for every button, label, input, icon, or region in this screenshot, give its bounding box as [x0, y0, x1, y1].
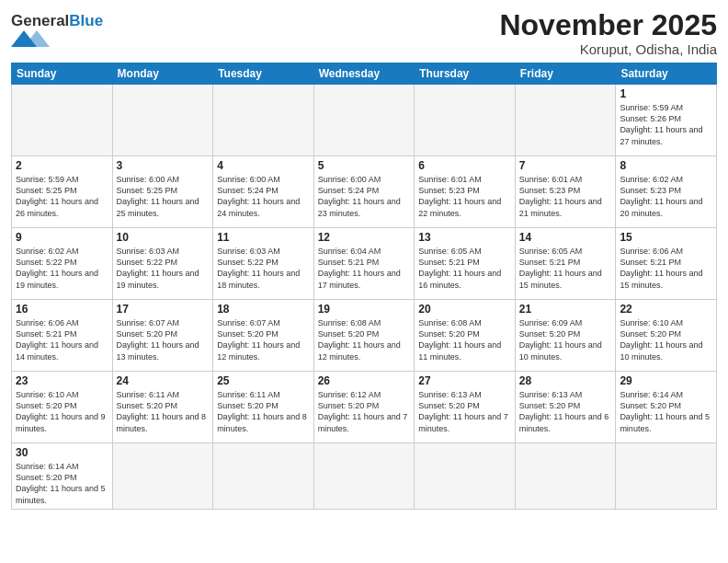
day-info: Sunrise: 6:03 AM Sunset: 5:22 PM Dayligh…	[217, 246, 310, 291]
col-saturday: Saturday	[616, 63, 717, 85]
table-row: 10Sunrise: 6:03 AM Sunset: 5:22 PM Dayli…	[112, 228, 213, 300]
day-info: Sunrise: 6:10 AM Sunset: 5:20 PM Dayligh…	[16, 389, 108, 434]
day-number: 24	[117, 374, 210, 387]
table-row: 1Sunrise: 5:59 AM Sunset: 5:26 PM Daylig…	[616, 85, 717, 156]
table-row: 2Sunrise: 5:59 AM Sunset: 5:25 PM Daylig…	[12, 156, 113, 228]
day-info: Sunrise: 6:05 AM Sunset: 5:21 PM Dayligh…	[418, 246, 511, 291]
day-info: Sunrise: 5:59 AM Sunset: 5:26 PM Dayligh…	[620, 102, 712, 147]
day-number: 21	[519, 303, 612, 316]
day-number: 17	[117, 303, 210, 316]
day-info: Sunrise: 6:06 AM Sunset: 5:21 PM Dayligh…	[16, 317, 108, 362]
day-number: 23	[16, 374, 108, 387]
day-info: Sunrise: 6:08 AM Sunset: 5:20 PM Dayligh…	[318, 317, 411, 362]
day-number: 6	[418, 159, 511, 172]
col-monday: Monday	[112, 63, 213, 85]
location: Koruput, Odisha, India	[499, 41, 717, 57]
table-row: 23Sunrise: 6:10 AM Sunset: 5:20 PM Dayli…	[12, 372, 113, 443]
page-container: GeneralBlue November 2025 Koruput, Odish…	[0, 0, 728, 517]
day-info: Sunrise: 6:07 AM Sunset: 5:20 PM Dayligh…	[217, 317, 310, 362]
table-row: 30Sunrise: 6:14 AM Sunset: 5:20 PM Dayli…	[12, 443, 113, 510]
table-row	[213, 443, 314, 510]
day-number: 30	[16, 446, 108, 459]
table-row: 24Sunrise: 6:11 AM Sunset: 5:20 PM Dayli…	[112, 372, 213, 443]
day-info: Sunrise: 6:11 AM Sunset: 5:20 PM Dayligh…	[217, 389, 310, 434]
table-row: 5Sunrise: 6:00 AM Sunset: 5:24 PM Daylig…	[313, 156, 415, 228]
table-row: 29Sunrise: 6:14 AM Sunset: 5:20 PM Dayli…	[616, 372, 717, 443]
table-row	[515, 443, 616, 510]
table-row: 25Sunrise: 6:11 AM Sunset: 5:20 PM Dayli…	[213, 372, 314, 443]
day-info: Sunrise: 6:00 AM Sunset: 5:24 PM Dayligh…	[318, 174, 411, 219]
day-number: 16	[16, 303, 108, 316]
day-number: 5	[318, 159, 411, 172]
day-info: Sunrise: 6:02 AM Sunset: 5:23 PM Dayligh…	[620, 174, 712, 219]
day-number: 15	[620, 231, 712, 244]
table-row: 7Sunrise: 6:01 AM Sunset: 5:23 PM Daylig…	[515, 156, 616, 228]
col-wednesday: Wednesday	[313, 63, 415, 85]
day-info: Sunrise: 6:06 AM Sunset: 5:21 PM Dayligh…	[620, 246, 712, 291]
day-info: Sunrise: 6:05 AM Sunset: 5:21 PM Dayligh…	[519, 246, 612, 291]
table-row: 27Sunrise: 6:13 AM Sunset: 5:20 PM Dayli…	[415, 372, 516, 443]
table-row	[415, 443, 516, 510]
table-row	[313, 443, 415, 510]
day-info: Sunrise: 6:10 AM Sunset: 5:20 PM Dayligh…	[620, 317, 712, 362]
day-info: Sunrise: 6:08 AM Sunset: 5:20 PM Dayligh…	[418, 317, 511, 362]
table-row: 15Sunrise: 6:06 AM Sunset: 5:21 PM Dayli…	[616, 228, 717, 300]
table-row: 12Sunrise: 6:04 AM Sunset: 5:21 PM Dayli…	[313, 228, 415, 300]
table-row	[213, 85, 314, 156]
table-row: 17Sunrise: 6:07 AM Sunset: 5:20 PM Dayli…	[112, 300, 213, 372]
table-row: 8Sunrise: 6:02 AM Sunset: 5:23 PM Daylig…	[616, 156, 717, 228]
day-number: 28	[519, 374, 612, 387]
table-row	[415, 85, 516, 156]
day-number: 7	[519, 159, 612, 172]
day-number: 11	[217, 231, 310, 244]
table-row: 28Sunrise: 6:13 AM Sunset: 5:20 PM Dayli…	[515, 372, 616, 443]
day-info: Sunrise: 6:14 AM Sunset: 5:20 PM Dayligh…	[16, 461, 108, 506]
day-number: 18	[217, 303, 310, 316]
table-row	[112, 85, 213, 156]
day-info: Sunrise: 6:03 AM Sunset: 5:22 PM Dayligh…	[117, 246, 210, 291]
day-info: Sunrise: 6:13 AM Sunset: 5:20 PM Dayligh…	[519, 389, 612, 434]
day-info: Sunrise: 6:11 AM Sunset: 5:20 PM Dayligh…	[117, 389, 210, 434]
day-number: 25	[217, 374, 310, 387]
header: GeneralBlue November 2025 Koruput, Odish…	[11, 9, 717, 57]
day-info: Sunrise: 6:12 AM Sunset: 5:20 PM Dayligh…	[318, 389, 411, 434]
table-row: 11Sunrise: 6:03 AM Sunset: 5:22 PM Dayli…	[213, 228, 314, 300]
day-info: Sunrise: 6:07 AM Sunset: 5:20 PM Dayligh…	[117, 317, 210, 362]
table-row: 3Sunrise: 6:00 AM Sunset: 5:25 PM Daylig…	[112, 156, 213, 228]
title-block: November 2025 Koruput, Odisha, India	[499, 9, 717, 57]
day-info: Sunrise: 6:14 AM Sunset: 5:20 PM Dayligh…	[620, 389, 712, 434]
col-friday: Friday	[515, 63, 616, 85]
day-number: 13	[418, 231, 511, 244]
col-thursday: Thursday	[415, 63, 516, 85]
day-info: Sunrise: 6:00 AM Sunset: 5:24 PM Dayligh…	[217, 174, 310, 219]
day-info: Sunrise: 6:13 AM Sunset: 5:20 PM Dayligh…	[418, 389, 511, 434]
day-number: 3	[117, 159, 210, 172]
month-title: November 2025	[499, 9, 717, 41]
day-number: 29	[620, 374, 712, 387]
day-info: Sunrise: 6:01 AM Sunset: 5:23 PM Dayligh…	[418, 174, 511, 219]
day-number: 14	[519, 231, 612, 244]
table-row: 21Sunrise: 6:09 AM Sunset: 5:20 PM Dayli…	[515, 300, 616, 372]
table-row: 18Sunrise: 6:07 AM Sunset: 5:20 PM Dayli…	[213, 300, 314, 372]
day-number: 9	[16, 231, 108, 244]
table-row: 16Sunrise: 6:06 AM Sunset: 5:21 PM Dayli…	[12, 300, 113, 372]
day-number: 26	[318, 374, 411, 387]
day-number: 19	[318, 303, 411, 316]
day-number: 2	[16, 159, 108, 172]
logo-icon	[11, 30, 57, 47]
table-row	[616, 443, 717, 510]
day-number: 27	[418, 374, 511, 387]
day-info: Sunrise: 6:00 AM Sunset: 5:25 PM Dayligh…	[117, 174, 210, 219]
day-number: 1	[620, 87, 712, 100]
day-number: 4	[217, 159, 310, 172]
day-number: 22	[620, 303, 712, 316]
table-row: 13Sunrise: 6:05 AM Sunset: 5:21 PM Dayli…	[415, 228, 516, 300]
weekday-header-row: Sunday Monday Tuesday Wednesday Thursday…	[12, 63, 717, 85]
calendar: Sunday Monday Tuesday Wednesday Thursday…	[11, 63, 717, 510]
day-number: 10	[117, 231, 210, 244]
logo: GeneralBlue	[11, 13, 103, 51]
logo-text: GeneralBlue	[11, 13, 103, 30]
day-info: Sunrise: 6:01 AM Sunset: 5:23 PM Dayligh…	[519, 174, 612, 219]
table-row: 22Sunrise: 6:10 AM Sunset: 5:20 PM Dayli…	[616, 300, 717, 372]
day-info: Sunrise: 6:04 AM Sunset: 5:21 PM Dayligh…	[318, 246, 411, 291]
